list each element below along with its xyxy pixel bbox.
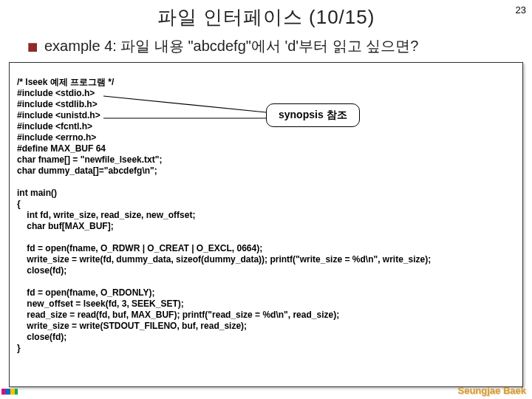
callout-pointer-icon	[0, 0, 532, 399]
slide: 23 파일 인터페이스 (10/15) example 4: 파일 내용 "ab…	[0, 0, 532, 399]
footer-color-mark-icon	[1, 389, 18, 395]
author-name: Seungjae Baek	[458, 385, 527, 396]
svg-line-0	[103, 96, 266, 112]
